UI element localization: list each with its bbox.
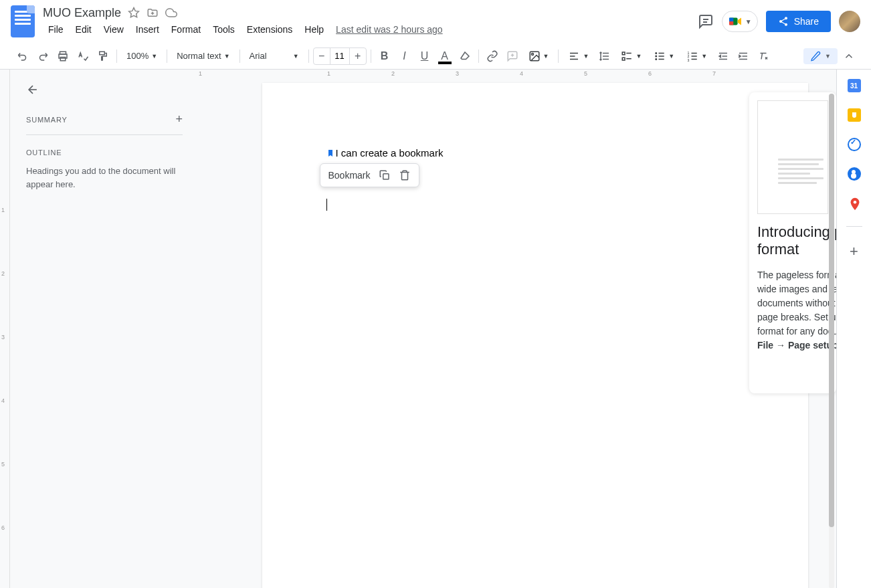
svg-rect-5	[729, 21, 733, 25]
undo-button[interactable]	[13, 47, 32, 66]
font-size-group: − +	[313, 47, 367, 65]
info-preview-image	[757, 100, 828, 214]
font-select[interactable]: Arial▼	[244, 48, 304, 64]
app-header: MUO Example File Edit View Insert Format…	[0, 0, 871, 43]
separator	[308, 50, 309, 63]
insert-image-button[interactable]: ▼	[523, 47, 555, 65]
bookmark-icon[interactable]	[326, 149, 334, 158]
tasks-icon[interactable]	[848, 138, 861, 151]
separator	[478, 50, 479, 63]
star-icon[interactable]	[128, 7, 140, 19]
move-icon[interactable]	[147, 7, 159, 19]
get-addons-icon[interactable]: +	[850, 243, 858, 260]
side-panel: 31 +	[836, 70, 871, 588]
bookmark-popup: Bookmark	[320, 163, 419, 187]
bold-button[interactable]: B	[375, 47, 394, 66]
menu-tools[interactable]: Tools	[207, 21, 240, 37]
add-summary-button[interactable]: +	[175, 112, 183, 126]
last-edit-link[interactable]: Last edit was 2 hours ago	[336, 24, 443, 35]
contacts-icon[interactable]	[848, 167, 861, 181]
bullet-list-button[interactable]: ▼	[648, 47, 680, 65]
user-avatar[interactable]	[839, 11, 860, 32]
document-text[interactable]: I can create a bookmark	[336, 147, 444, 159]
separator	[558, 50, 559, 63]
italic-button[interactable]: I	[395, 47, 414, 66]
svg-rect-16	[623, 58, 625, 60]
separator	[371, 50, 371, 63]
svg-point-19	[656, 52, 657, 54]
decrease-indent-button[interactable]	[714, 47, 733, 66]
maps-icon[interactable]	[848, 197, 861, 210]
highlight-button[interactable]	[456, 47, 474, 66]
workspace: 1 2 3 4 5 6 1 1 2 3 4 5 6 7 SUMMARY + OU…	[0, 70, 871, 588]
menu-file[interactable]: File	[43, 21, 69, 37]
svg-point-20	[656, 56, 657, 57]
summary-heading: SUMMARY	[26, 116, 68, 124]
menu-bar: File Edit View Insert Format Tools Exten…	[43, 21, 698, 37]
svg-rect-15	[623, 52, 625, 55]
svg-marker-0	[129, 8, 139, 17]
title-area: MUO Example File Edit View Insert Format…	[43, 6, 698, 37]
style-select[interactable]: Normal text▼	[171, 48, 235, 64]
text-color-button[interactable]: A	[436, 47, 454, 66]
redo-button[interactable]	[33, 47, 52, 66]
keep-icon[interactable]	[848, 108, 861, 122]
outline-empty-text: Headings you add to the document will ap…	[26, 165, 183, 191]
outline-heading: OUTLINE	[26, 149, 183, 157]
hide-menus-button[interactable]	[840, 47, 858, 65]
insert-link-button[interactable]	[483, 47, 502, 66]
menu-edit[interactable]: Edit	[70, 21, 97, 37]
document-page[interactable]: I can create a bookmark Bookmark	[262, 83, 808, 588]
align-button[interactable]: ▼	[563, 47, 594, 65]
line-spacing-button[interactable]	[595, 47, 614, 66]
svg-point-39	[853, 201, 856, 204]
paint-format-button[interactable]	[94, 47, 112, 66]
menu-extensions[interactable]: Extensions	[241, 21, 298, 37]
checklist-button[interactable]: ▼	[615, 47, 647, 65]
print-button[interactable]	[54, 47, 72, 66]
toolbar: 100%▼ Normal text▼ Arial▼ − + B I U A ▼ …	[0, 43, 871, 70]
svg-point-21	[656, 58, 657, 60]
info-title: Introducing pageless format	[757, 223, 828, 259]
info-body: The pageless format allows wide images a…	[757, 268, 828, 353]
menu-insert[interactable]: Insert	[130, 21, 165, 37]
bookmark-popup-label: Bookmark	[328, 170, 371, 181]
outline-panel: SUMMARY + OUTLINE Headings you add to th…	[10, 70, 199, 588]
svg-point-11	[531, 53, 533, 55]
numbered-list-button[interactable]: 123▼	[681, 47, 712, 65]
menu-help[interactable]: Help	[299, 21, 329, 37]
meet-button[interactable]: ▼	[722, 11, 758, 32]
zoom-select[interactable]: 100%▼	[121, 48, 163, 64]
clear-formatting-button[interactable]	[754, 47, 773, 66]
editing-mode-button[interactable]: ▼	[803, 48, 838, 64]
pageless-info-panel[interactable]: Introducing pageless format The pageless…	[749, 92, 836, 393]
cloud-status-icon[interactable]	[165, 7, 177, 19]
font-size-increase[interactable]: +	[350, 48, 366, 64]
copy-link-icon[interactable]	[379, 169, 391, 181]
menu-view[interactable]: View	[98, 21, 129, 37]
font-size-input[interactable]	[330, 48, 350, 64]
font-size-decrease[interactable]: −	[314, 48, 330, 64]
outline-collapse-button[interactable]	[26, 83, 183, 96]
share-label: Share	[794, 16, 819, 27]
separator	[167, 50, 167, 63]
docs-logo-icon[interactable]	[11, 5, 35, 37]
vertical-ruler[interactable]: 1 2 3 4 5 6	[0, 70, 10, 588]
menu-format[interactable]: Format	[166, 21, 206, 37]
underline-button[interactable]: U	[415, 47, 434, 66]
calendar-icon[interactable]: 31	[848, 79, 861, 92]
scrollbar[interactable]	[829, 94, 834, 588]
share-button[interactable]: Share	[766, 11, 831, 32]
delete-bookmark-icon[interactable]	[399, 169, 411, 181]
svg-rect-38	[383, 174, 388, 179]
comment-history-icon[interactable]	[698, 13, 714, 29]
add-comment-button[interactable]	[503, 47, 522, 66]
spellcheck-button[interactable]	[74, 47, 92, 66]
text-cursor	[326, 199, 327, 211]
increase-indent-button[interactable]	[734, 47, 753, 66]
side-separator	[846, 226, 862, 227]
bookmark-line: I can create a bookmark Bookmark	[326, 147, 744, 159]
svg-rect-9	[100, 52, 105, 55]
header-right: ▼ Share	[698, 11, 860, 32]
document-title[interactable]: MUO Example	[43, 6, 121, 20]
